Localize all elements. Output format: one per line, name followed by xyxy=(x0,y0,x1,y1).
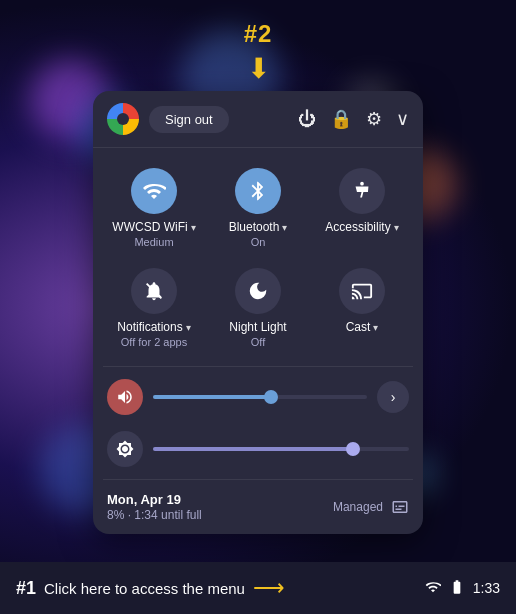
notifications-tile-icon xyxy=(131,268,177,314)
footer-battery: 8% · 1:34 until full xyxy=(107,508,202,522)
volume-slider-fill xyxy=(153,395,271,399)
volume-icon-button[interactable] xyxy=(107,379,143,415)
power-icon[interactable]: ⏻ xyxy=(298,109,316,130)
panel-footer: Mon, Apr 19 8% · 1:34 until full Managed xyxy=(93,484,423,534)
wifi-tile-name: WWCSD WiFi ▾ xyxy=(112,220,195,234)
cast-tile-name: Cast ▾ xyxy=(346,320,379,334)
bluetooth-tile[interactable]: Bluetooth ▾ On xyxy=(207,158,309,256)
header-icons: ⏻ 🔒 ⚙ ∨ xyxy=(298,108,409,130)
wifi-tile-icon xyxy=(131,168,177,214)
footer-right: Managed xyxy=(333,498,409,516)
quick-settings-panel: Sign out ⏻ 🔒 ⚙ ∨ WWCSD W xyxy=(93,91,423,534)
notifications-tile-status: Off for 2 apps xyxy=(121,336,187,348)
settings-icon[interactable]: ⚙ xyxy=(366,108,382,130)
cast-tile[interactable]: Cast ▾ xyxy=(311,258,413,356)
step2-label: #2 xyxy=(93,20,423,48)
bluetooth-tile-name: Bluetooth ▾ xyxy=(229,220,288,234)
notifications-tile-name: Notifications ▾ xyxy=(117,320,190,334)
divider-1 xyxy=(103,366,413,367)
volume-slider-track[interactable] xyxy=(153,395,367,399)
brightness-slider-thumb[interactable] xyxy=(346,442,360,456)
footer-date: Mon, Apr 19 xyxy=(107,492,202,507)
cast-tile-icon xyxy=(339,268,385,314)
panel-header: Sign out ⏻ 🔒 ⚙ ∨ xyxy=(93,91,423,148)
quick-tiles-grid: WWCSD WiFi ▾ Medium Bluetooth ▾ On xyxy=(93,148,423,362)
chevron-down-icon[interactable]: ∨ xyxy=(396,108,409,130)
volume-slider-thumb[interactable] xyxy=(264,390,278,404)
taskbar-arrow-icon: ⟶ xyxy=(253,575,285,601)
wifi-tile[interactable]: WWCSD WiFi ▾ Medium xyxy=(103,158,205,256)
svg-point-0 xyxy=(360,182,364,186)
brightness-slider-row xyxy=(93,423,423,475)
chromebook-logo-icon xyxy=(107,103,139,135)
accessibility-tile-icon xyxy=(339,168,385,214)
managed-label: Managed xyxy=(333,500,383,514)
volume-expand-button[interactable]: › xyxy=(377,381,409,413)
taskbar: #1 Click here to access the menu ⟶ 1:33 xyxy=(0,562,516,614)
lock-icon[interactable]: 🔒 xyxy=(330,108,352,130)
step1-label: #1 xyxy=(16,578,36,599)
sign-out-button[interactable]: Sign out xyxy=(149,106,229,133)
taskbar-instruction: #1 Click here to access the menu ⟶ xyxy=(16,575,425,601)
divider-2 xyxy=(103,479,413,480)
accessibility-tile[interactable]: Accessibility ▾ xyxy=(311,158,413,256)
night-light-tile-icon xyxy=(235,268,281,314)
arrow-down-icon: ⬇ xyxy=(93,52,423,85)
night-light-tile[interactable]: Night Light Off xyxy=(207,258,309,356)
taskbar-time: 1:33 xyxy=(473,580,500,596)
taskbar-wifi-icon xyxy=(425,579,441,598)
bluetooth-tile-status: On xyxy=(251,236,266,248)
wifi-tile-status: Medium xyxy=(134,236,173,248)
taskbar-right[interactable]: 1:33 xyxy=(425,579,500,598)
brightness-icon-button[interactable] xyxy=(107,431,143,467)
footer-left: Mon, Apr 19 8% · 1:34 until full xyxy=(107,492,202,522)
brightness-slider-track[interactable] xyxy=(153,447,409,451)
taskbar-battery-icon xyxy=(449,579,465,598)
quick-settings-panel-container: #2 ⬇ Sign out ⏻ 🔒 ⚙ ∨ xyxy=(93,20,423,534)
night-light-tile-name: Night Light xyxy=(229,320,286,334)
night-light-tile-status: Off xyxy=(251,336,265,348)
notifications-tile[interactable]: Notifications ▾ Off for 2 apps xyxy=(103,258,205,356)
accessibility-tile-name: Accessibility ▾ xyxy=(325,220,398,234)
brightness-slider-fill xyxy=(153,447,353,451)
volume-slider-row: › xyxy=(93,371,423,423)
bluetooth-tile-icon xyxy=(235,168,281,214)
managed-icon xyxy=(391,498,409,516)
